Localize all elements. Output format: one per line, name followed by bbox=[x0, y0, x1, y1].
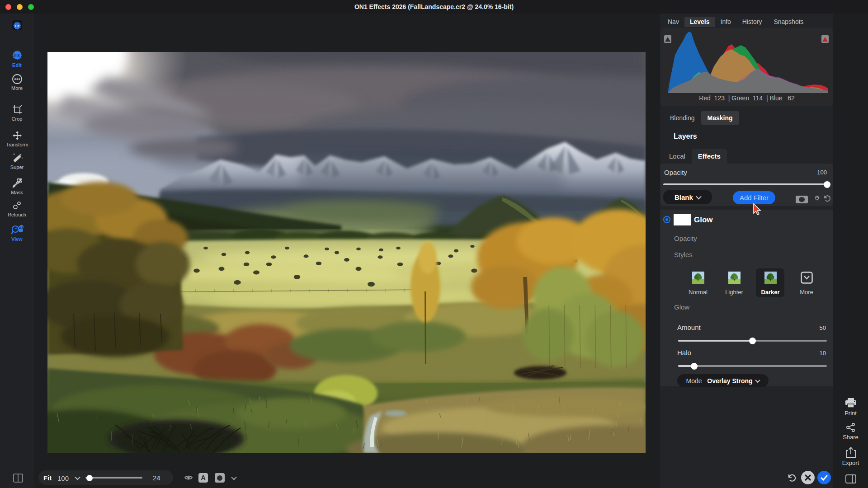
svg-text:FX: FX bbox=[14, 53, 20, 58]
svg-text:FX: FX bbox=[15, 24, 20, 28]
